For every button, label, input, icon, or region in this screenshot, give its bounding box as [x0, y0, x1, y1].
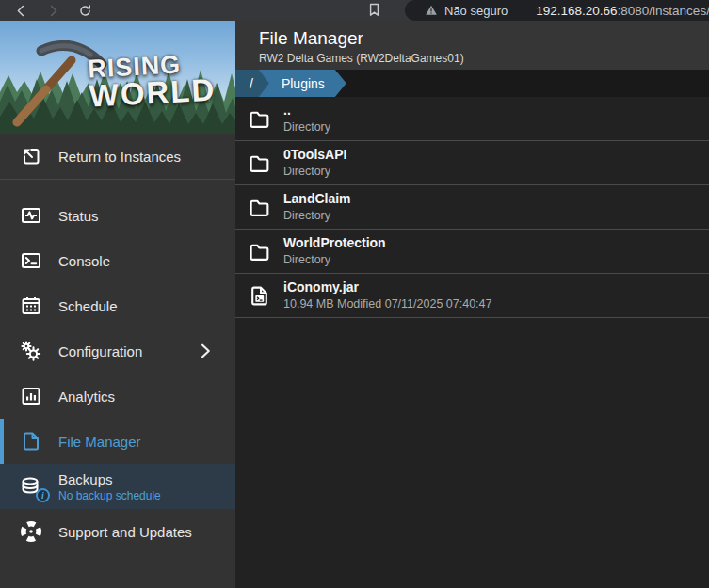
sidebar-item-label: Backups: [58, 471, 161, 487]
console-icon: [19, 248, 43, 273]
analytics-icon: [19, 384, 43, 408]
breadcrumb: / Plugins: [235, 70, 709, 97]
sidebar-item-label: File Manager: [58, 434, 141, 450]
sidebar-spacer: [0, 180, 235, 193]
address-bar[interactable]: Não seguro 192.168.20.66:8080/instances/…: [405, 0, 709, 21]
sidebar-item-label: Support and Updates: [58, 524, 192, 540]
info-icon: i: [36, 488, 50, 502]
sidebar-item-analytics[interactable]: Analytics: [0, 373, 235, 419]
jar-file-icon: [247, 283, 271, 308]
chevron-right-icon: [196, 342, 215, 360]
folder-icon: [247, 151, 271, 175]
configuration-icon: [19, 339, 43, 363]
backups-icon: i: [19, 474, 43, 499]
url-path: :8080/instances/787e: [618, 4, 709, 18]
file-row[interactable]: .. Directory: [235, 97, 709, 141]
sidebar-item-sublabel: No backup schedule: [58, 489, 161, 502]
screen: Não seguro 192.168.20.66:8080/instances/…: [0, 0, 709, 588]
sidebar-item-status[interactable]: Status: [0, 193, 235, 238]
file-name: LandClaim: [283, 192, 351, 206]
page-title: File Manager: [259, 28, 709, 49]
file-name: 0ToolsAPI: [283, 148, 346, 162]
sidebar-item-support[interactable]: Support and Updates: [0, 509, 235, 554]
rising-world-logo: RISING WORLD: [0, 21, 235, 134]
bookmark-icon[interactable]: [366, 2, 383, 19]
sidebar-nav: Status Console Schedule Configuration An…: [0, 193, 235, 554]
sidebar-item-console[interactable]: Console: [0, 238, 235, 283]
url-text: 192.168.20.66:8080/instances/787e: [536, 4, 709, 18]
browser-nav-buttons: [0, 3, 93, 19]
sidebar-item-file-manager[interactable]: File Manager: [0, 419, 235, 464]
file-row[interactable]: 0ToolsAPI Directory: [235, 141, 709, 185]
folder-icon: [247, 239, 271, 263]
sidebar-item-configuration[interactable]: Configuration: [0, 328, 235, 373]
reload-icon[interactable]: [77, 3, 93, 19]
sidebar-item-label: Return to Instances: [58, 149, 181, 165]
file-meta: Directory: [283, 209, 351, 222]
file-row[interactable]: WorldProtection Directory: [235, 230, 709, 274]
page-subtitle: RW2 Delta Games (RW2DeltaGames01): [259, 52, 709, 65]
sidebar-item-backups[interactable]: i Backups No backup schedule: [0, 464, 235, 509]
page-header: File Manager RW2 Delta Games (RW2DeltaGa…: [235, 21, 709, 70]
forward-icon[interactable]: [45, 3, 61, 19]
file-manager-icon: [19, 429, 43, 453]
sidebar-item-label: Status: [58, 208, 99, 224]
file-list: .. Directory 0ToolsAPI Directory LandCla…: [235, 97, 709, 318]
sidebar-item-label: Configuration: [58, 343, 142, 359]
schedule-icon: [19, 294, 43, 318]
file-name: WorldProtection: [283, 236, 386, 250]
file-meta: 10.94 MB Modified 07/11/2025 07:40:47: [283, 297, 491, 310]
status-icon: [19, 203, 43, 228]
main-content: File Manager RW2 Delta Games (RW2DeltaGa…: [235, 21, 709, 588]
security-label[interactable]: Não seguro: [444, 4, 508, 18]
sidebar-item-label: Analytics: [58, 389, 115, 405]
return-icon: [19, 144, 43, 168]
sidebar-item-schedule[interactable]: Schedule: [0, 283, 235, 328]
breadcrumb-item-plugins[interactable]: Plugins: [257, 70, 346, 97]
sidebar-item-label: Schedule: [58, 298, 118, 314]
warning-icon: [425, 4, 438, 17]
support-icon: [19, 519, 43, 544]
browser-toolbar: Não seguro 192.168.20.66:8080/instances/…: [0, 0, 709, 21]
sidebar: RISING WORLD Return to Instances Status …: [0, 21, 235, 588]
file-meta: Directory: [283, 120, 330, 134]
logo-wordmark: RISING WORLD: [88, 52, 217, 111]
file-row[interactable]: LandClaim Directory: [235, 185, 709, 230]
url-host: 192.168.20.66: [536, 4, 617, 18]
back-icon[interactable]: [13, 3, 29, 19]
file-meta: Directory: [283, 165, 346, 178]
folder-icon: [247, 106, 271, 131]
sidebar-item-return-to-instances[interactable]: Return to Instances: [0, 134, 235, 179]
sidebar-item-label: Console: [58, 253, 110, 269]
file-name: ..: [283, 103, 330, 118]
file-row[interactable]: iConomy.jar 10.94 MB Modified 07/11/2025…: [235, 274, 709, 318]
folder-icon: [247, 195, 271, 219]
file-meta: Directory: [283, 253, 386, 266]
file-name: iConomy.jar: [283, 280, 491, 294]
